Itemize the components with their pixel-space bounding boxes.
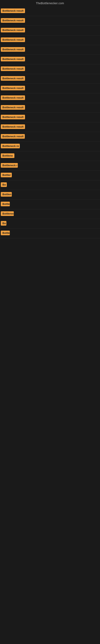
result-row: Bottler bbox=[0, 171, 100, 180]
bottleneck-badge[interactable]: Bottlenec bbox=[1, 211, 14, 216]
result-row: Bottleneck r bbox=[0, 161, 100, 171]
bottleneck-badge[interactable]: Bottleneck result bbox=[1, 105, 25, 110]
bottleneck-badge[interactable]: Bottleneck result bbox=[1, 18, 25, 23]
bottleneck-badge[interactable]: Bottle bbox=[1, 231, 10, 235]
result-row: Bottlenec bbox=[0, 209, 100, 219]
result-row: Bottleneck result bbox=[0, 103, 100, 113]
bottleneck-badge[interactable]: Bottler bbox=[1, 173, 12, 177]
result-row: Bottlen bbox=[0, 190, 100, 200]
result-row: Bottleneck result bbox=[0, 122, 100, 132]
bottleneck-badge[interactable]: Bo bbox=[1, 182, 7, 187]
result-row: Bottleneck result bbox=[0, 45, 100, 55]
result-row: Bottleneck result bbox=[0, 36, 100, 45]
result-row: Bottleneck result bbox=[0, 94, 100, 103]
result-row: Bottleneck result bbox=[0, 113, 100, 122]
bottleneck-badge[interactable]: Bottleneck re bbox=[1, 144, 20, 148]
bottleneck-badge[interactable]: Bottle bbox=[1, 202, 10, 206]
result-row: Bottleneck result bbox=[0, 132, 100, 142]
result-row: Bottleneck result bbox=[0, 26, 100, 36]
result-row: Bottleneck result bbox=[0, 64, 100, 74]
bottleneck-badge[interactable]: Bottlen bbox=[1, 192, 12, 196]
bottleneck-badge[interactable]: Bottleneck result bbox=[1, 38, 25, 42]
bottleneck-badge[interactable]: Bottleneck result bbox=[1, 96, 25, 100]
bottleneck-badge[interactable]: Bo bbox=[1, 221, 6, 226]
bottleneck-badge[interactable]: Bottleneck result bbox=[1, 28, 25, 32]
result-row: Bottleneck result bbox=[0, 84, 100, 94]
result-row: Bottle bbox=[0, 200, 100, 209]
result-row: Bottleneck result bbox=[0, 6, 100, 16]
result-row: Bottleneck result bbox=[0, 16, 100, 26]
bottleneck-badge[interactable]: Bottleneck result bbox=[1, 66, 25, 71]
result-row: Bottle bbox=[0, 228, 100, 238]
result-row: Bottleneck result bbox=[0, 55, 100, 64]
result-row: Bottleneck re bbox=[0, 142, 100, 151]
result-row: Bottlene bbox=[0, 151, 100, 161]
bottleneck-badge[interactable]: Bottleneck result bbox=[1, 76, 25, 81]
result-row: Bo bbox=[0, 219, 100, 228]
bottleneck-badge[interactable]: Bottleneck r bbox=[1, 163, 18, 168]
bottleneck-badge[interactable]: Bottleneck result bbox=[1, 8, 25, 13]
result-row: Bo bbox=[0, 180, 100, 190]
bottleneck-badge[interactable]: Bottleneck result bbox=[1, 115, 25, 119]
bottleneck-badge[interactable]: Bottleneck result bbox=[1, 47, 25, 52]
bottleneck-badge[interactable]: Bottleneck result bbox=[1, 86, 25, 90]
result-row: Bottleneck result bbox=[0, 74, 100, 84]
bottleneck-badge[interactable]: Bottlene bbox=[1, 153, 14, 158]
results-container: Bottleneck resultBottleneck resultBottle… bbox=[0, 6, 100, 238]
bottleneck-badge[interactable]: Bottleneck result bbox=[1, 124, 25, 129]
bottleneck-badge[interactable]: Bottleneck result bbox=[1, 57, 25, 62]
site-title: TheBottlenecker.com bbox=[0, 0, 100, 6]
bottleneck-badge[interactable]: Bottleneck result bbox=[1, 134, 25, 139]
